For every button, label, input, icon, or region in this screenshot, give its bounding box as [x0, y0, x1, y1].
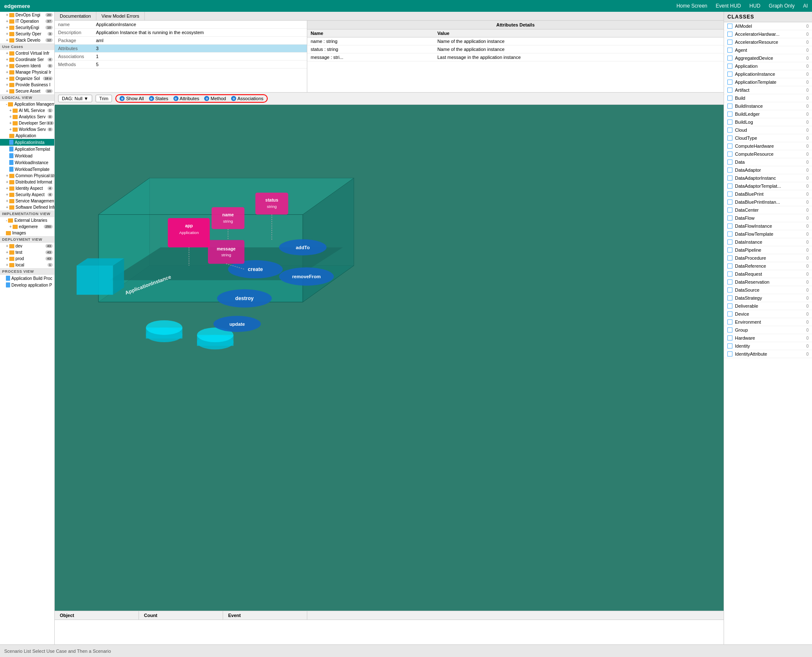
class-item[interactable]: Device0 [724, 310, 812, 318]
sidebar-item-devapp[interactable]: Develop application P [0, 282, 54, 288]
sidebar-item-secoper[interactable]: + Security Oper 3 [0, 31, 54, 37]
tab-documentation[interactable]: Documentation [55, 12, 96, 20]
sidebar-item-devserv[interactable]: + Developer Ser 3 3 [0, 120, 54, 126]
sidebar-item-distrib[interactable]: + Distributed Informat [0, 179, 54, 185]
sidebar-item-appmgmt[interactable]: - Application Managem [0, 101, 54, 107]
sidebar-item-apptemplate[interactable]: ApplicationTemplat [0, 146, 54, 152]
sidebar-item-secengi[interactable]: + SecurityEngi 10 [0, 24, 54, 31]
filter-states[interactable]: ⊕ States [149, 96, 168, 101]
filter-attributes[interactable]: ⊕ Attributes [173, 96, 199, 101]
class-item[interactable]: Data0 [724, 158, 812, 166]
class-item[interactable]: Group0 [724, 326, 812, 334]
class-item[interactable]: BuildLedger0 [724, 110, 812, 118]
class-item[interactable]: Environment0 [724, 318, 812, 326]
tab-view-model-errors[interactable]: View Model Errors [96, 12, 145, 20]
class-item[interactable]: ApplicationInstance0 [724, 70, 812, 78]
class-item[interactable]: Artifact0 [724, 86, 812, 94]
class-item[interactable]: AcceleratorHardwar...0 [724, 30, 812, 38]
class-item[interactable]: Build0 [724, 94, 812, 102]
sidebar-item-analytics[interactable]: + Analytics Serv 0 [0, 114, 54, 120]
sidebar-item-coordinate[interactable]: + Coordinate Ser 4 [0, 56, 54, 63]
sidebar-badge: 18 s [43, 77, 53, 80]
sidebar-item-label: Identity Aspect [16, 186, 43, 191]
class-item[interactable]: DataFlowInstance0 [724, 222, 812, 230]
filter-associations[interactable]: ⊕ Associations [231, 96, 264, 101]
sidebar-item-appinstance[interactable]: ApplicationInsta [0, 139, 54, 146]
class-item[interactable]: Hardware0 [724, 334, 812, 342]
class-item[interactable]: ComputeHardware0 [724, 142, 812, 150]
class-item[interactable]: DataCenter0 [724, 206, 812, 214]
sidebar-item-devops[interactable]: + DevOps Engi 20 [0, 12, 54, 18]
class-item[interactable]: DataFlowTemplate0 [724, 230, 812, 238]
trim-button[interactable]: Trim [96, 95, 112, 102]
left-sidebar: + DevOps Engi 20 + IT Operation 37 + Sec… [0, 12, 55, 644]
class-item[interactable]: IdentityAttribute0 [724, 350, 812, 358]
class-item[interactable]: DataInstance0 [724, 238, 812, 246]
sidebar-item-aiml[interactable]: + AI ML Service 1 [0, 107, 54, 114]
nav-home[interactable]: Home Screen [676, 3, 707, 9]
nav-event-hud[interactable]: Event HUD [716, 3, 741, 9]
class-item[interactable]: BuildLog0 [724, 118, 812, 126]
class-count: 0 [806, 208, 809, 213]
class-item[interactable]: Application0 [724, 62, 812, 70]
sidebar-item-sdn[interactable]: + Software Defined Infr [0, 204, 54, 210]
class-item[interactable]: ComputeResource0 [724, 150, 812, 158]
filter-show-all[interactable]: ⊕ Show All [120, 96, 144, 101]
class-item[interactable]: DataAdaptor0 [724, 166, 812, 174]
class-item[interactable]: AggregatedDevice0 [724, 54, 812, 62]
class-item[interactable]: AIModel0 [724, 22, 812, 30]
sidebar-item-application[interactable]: Application [0, 133, 54, 139]
class-item[interactable]: CloudType0 [724, 134, 812, 142]
class-item[interactable]: ApplicationTemplate0 [724, 78, 812, 86]
sidebar-item-local[interactable]: + local 1 [0, 262, 54, 268]
sidebar-item-govern[interactable]: + Govern Identi 0 [0, 63, 54, 69]
class-item[interactable]: BuildInstance0 [724, 102, 812, 110]
class-item[interactable]: DataReservation0 [724, 278, 812, 286]
class-item[interactable]: DataPipeline0 [724, 246, 812, 254]
class-item[interactable]: DataProcedure0 [724, 254, 812, 262]
class-item[interactable]: AcceleratorResource0 [724, 38, 812, 46]
sidebar-item-appbuild[interactable]: Application Build Proc [0, 275, 54, 282]
class-item[interactable]: DataReference0 [724, 262, 812, 270]
dag-button[interactable]: DAG: Null ▼ [58, 95, 92, 102]
sidebar-item-test[interactable]: + test 43 [0, 249, 54, 255]
sidebar-item-servicemgmt[interactable]: + Service Management [0, 198, 54, 204]
sidebar-item-identity[interactable]: + Identity Aspect 4 [0, 185, 54, 192]
class-item[interactable]: DataBluePrint0 [724, 190, 812, 198]
sidebar-item-manage[interactable]: + Manage Physical Ir [0, 69, 54, 75]
sidebar-item-commonphys[interactable]: + Common Physical 17 [0, 173, 54, 179]
nav-ai[interactable]: AI [803, 3, 808, 9]
sidebar-item-control[interactable]: + Control Virtual Infr [0, 50, 54, 56]
sidebar-item-images[interactable]: Images [0, 230, 54, 236]
sidebar-item-organize[interactable]: + Organize Sol 18 s [0, 75, 54, 82]
sidebar-item-provide[interactable]: + Provide Business I [0, 82, 54, 88]
prop-row-selected[interactable]: Attributes 3 [55, 45, 307, 53]
class-item[interactable]: DataAdaptorTemplat...0 [724, 182, 812, 190]
filter-method[interactable]: ⊕ Method [204, 96, 226, 101]
sidebar-item-extlib[interactable]: - External Libraries [0, 217, 54, 223]
sidebar-item-edgemere[interactable]: + edgemere 250 [0, 223, 54, 230]
sidebar-item-prod[interactable]: + prod 43 [0, 255, 54, 262]
class-item[interactable]: DataAdaptorInstanc0 [724, 174, 812, 182]
class-item[interactable]: Deliverable0 [724, 302, 812, 310]
sidebar-item-secaspect[interactable]: + Security Aspect 4 [0, 192, 54, 198]
class-item[interactable]: Agent0 [724, 46, 812, 54]
sidebar-item-stackdev[interactable]: + Stack Develo 12 [0, 37, 54, 43]
nav-graph-only[interactable]: Graph Only [769, 3, 794, 9]
class-item[interactable]: DataStrategy0 [724, 294, 812, 302]
sidebar-item-workflow[interactable]: + Workflow Serv 0 [0, 126, 54, 133]
sidebar-item-dev[interactable]: + dev 43 [0, 243, 54, 249]
class-item[interactable]: DataBluePrintInstan...0 [724, 198, 812, 206]
sidebar-item-it[interactable]: + IT Operation 37 [0, 18, 54, 24]
class-item[interactable]: DataSource0 [724, 286, 812, 294]
class-item[interactable]: Identity0 [724, 342, 812, 350]
sidebar-item-workloadinst[interactable]: WorkloadInstance [0, 159, 54, 166]
sidebar-item-workload[interactable]: Workload [0, 152, 54, 159]
class-item[interactable]: DataRequest0 [724, 270, 812, 278]
class-item[interactable]: Cloud0 [724, 126, 812, 134]
class-item[interactable]: DataFlow0 [724, 214, 812, 222]
sidebar-item-workloadtmpl[interactable]: WorkloadTemplate [0, 166, 54, 173]
nav-hud[interactable]: HUD [749, 3, 760, 9]
sidebar-item-secure[interactable]: + Secure Asset 10 [0, 88, 54, 94]
diagram-canvas[interactable]: create destroy update addTo removeFrom n… [55, 105, 724, 611]
